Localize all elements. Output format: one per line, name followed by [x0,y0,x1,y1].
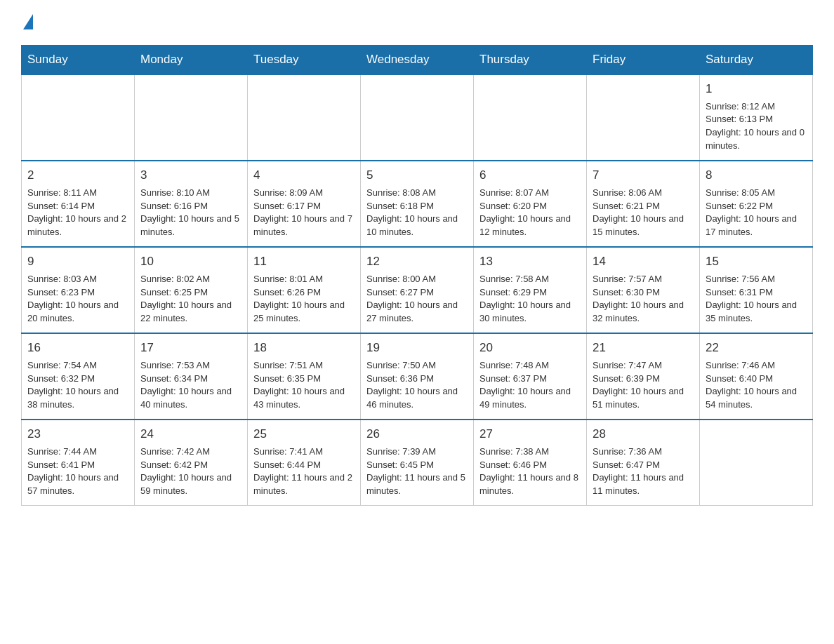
calendar-cell: 13Sunrise: 7:58 AM Sunset: 6:29 PM Dayli… [474,247,587,333]
day-number: 23 [27,426,128,443]
day-number: 24 [140,426,241,443]
calendar-cell: 22Sunrise: 7:46 AM Sunset: 6:40 PM Dayli… [700,333,813,420]
calendar-cell: 21Sunrise: 7:47 AM Sunset: 6:39 PM Dayli… [587,333,700,420]
calendar-cell: 24Sunrise: 7:42 AM Sunset: 6:42 PM Dayli… [135,420,248,506]
day-info: Sunrise: 7:54 AM Sunset: 6:32 PM Dayligh… [27,359,128,412]
day-info: Sunrise: 8:07 AM Sunset: 6:20 PM Dayligh… [479,187,581,239]
calendar-cell: 19Sunrise: 7:50 AM Sunset: 6:36 PM Dayli… [361,333,474,420]
day-info: Sunrise: 8:02 AM Sunset: 6:25 PM Dayligh… [140,273,241,326]
day-info: Sunrise: 7:39 AM Sunset: 6:45 PM Dayligh… [366,445,468,498]
day-info: Sunrise: 7:36 AM Sunset: 6:47 PM Dayligh… [593,445,694,498]
day-number: 12 [366,253,468,271]
day-number: 17 [140,340,241,357]
day-info: Sunrise: 8:10 AM Sunset: 6:16 PM Dayligh… [140,187,241,239]
day-info: Sunrise: 7:44 AM Sunset: 6:41 PM Dayligh… [27,445,128,498]
calendar-cell: 9Sunrise: 8:03 AM Sunset: 6:23 PM Daylig… [22,247,135,333]
day-number: 13 [479,253,581,271]
day-number: 20 [479,340,581,357]
calendar-cell: 26Sunrise: 7:39 AM Sunset: 6:45 PM Dayli… [361,420,474,506]
calendar-cell [248,74,361,161]
day-info: Sunrise: 8:05 AM Sunset: 6:22 PM Dayligh… [706,187,807,239]
page-header [21,14,813,31]
calendar-cell [135,74,248,161]
calendar-cell [22,74,135,161]
weekday-header-wednesday: Wednesday [361,46,474,75]
calendar-cell: 11Sunrise: 8:01 AM Sunset: 6:26 PM Dayli… [248,247,361,333]
calendar-cell: 20Sunrise: 7:48 AM Sunset: 6:37 PM Dayli… [474,333,587,420]
day-number: 8 [706,167,807,185]
day-info: Sunrise: 7:53 AM Sunset: 6:34 PM Dayligh… [140,359,241,412]
day-number: 3 [140,167,241,185]
calendar-cell: 28Sunrise: 7:36 AM Sunset: 6:47 PM Dayli… [587,420,700,506]
calendar-cell: 10Sunrise: 8:02 AM Sunset: 6:25 PM Dayli… [135,247,248,333]
day-info: Sunrise: 8:11 AM Sunset: 6:14 PM Dayligh… [27,187,128,239]
calendar-cell: 1Sunrise: 8:12 AM Sunset: 6:13 PM Daylig… [700,74,813,161]
calendar-cell: 18Sunrise: 7:51 AM Sunset: 6:35 PM Dayli… [248,333,361,420]
day-number: 9 [27,253,128,271]
calendar-cell: 7Sunrise: 8:06 AM Sunset: 6:21 PM Daylig… [587,161,700,247]
day-number: 2 [27,167,128,185]
calendar-cell: 5Sunrise: 8:08 AM Sunset: 6:18 PM Daylig… [361,161,474,247]
day-info: Sunrise: 8:03 AM Sunset: 6:23 PM Dayligh… [27,273,128,326]
day-info: Sunrise: 7:42 AM Sunset: 6:42 PM Dayligh… [140,445,241,498]
day-info: Sunrise: 7:51 AM Sunset: 6:35 PM Dayligh… [253,359,355,412]
calendar-week-row: 1Sunrise: 8:12 AM Sunset: 6:13 PM Daylig… [22,74,813,161]
weekday-header-tuesday: Tuesday [248,46,361,75]
weekday-header-row: SundayMondayTuesdayWednesdayThursdayFrid… [22,46,813,75]
day-info: Sunrise: 8:08 AM Sunset: 6:18 PM Dayligh… [366,187,468,239]
calendar-week-row: 9Sunrise: 8:03 AM Sunset: 6:23 PM Daylig… [22,247,813,333]
day-info: Sunrise: 7:41 AM Sunset: 6:44 PM Dayligh… [253,445,355,498]
calendar-cell: 8Sunrise: 8:05 AM Sunset: 6:22 PM Daylig… [700,161,813,247]
day-number: 1 [706,81,807,98]
day-number: 4 [253,167,355,185]
day-number: 7 [593,167,694,185]
calendar-cell: 16Sunrise: 7:54 AM Sunset: 6:32 PM Dayli… [22,333,135,420]
day-info: Sunrise: 7:50 AM Sunset: 6:36 PM Dayligh… [366,359,468,412]
day-info: Sunrise: 7:56 AM Sunset: 6:31 PM Dayligh… [706,273,807,326]
day-number: 16 [27,340,128,357]
calendar-cell: 15Sunrise: 7:56 AM Sunset: 6:31 PM Dayli… [700,247,813,333]
calendar-table: SundayMondayTuesdayWednesdayThursdayFrid… [21,45,813,506]
day-info: Sunrise: 8:00 AM Sunset: 6:27 PM Dayligh… [366,273,468,326]
day-number: 26 [366,426,468,443]
day-number: 22 [706,340,807,357]
calendar-cell: 17Sunrise: 7:53 AM Sunset: 6:34 PM Dayli… [135,333,248,420]
day-info: Sunrise: 7:47 AM Sunset: 6:39 PM Dayligh… [593,359,694,412]
day-info: Sunrise: 8:09 AM Sunset: 6:17 PM Dayligh… [253,187,355,239]
weekday-header-monday: Monday [135,46,248,75]
calendar-cell [587,74,700,161]
calendar-cell: 3Sunrise: 8:10 AM Sunset: 6:16 PM Daylig… [135,161,248,247]
day-info: Sunrise: 7:38 AM Sunset: 6:46 PM Dayligh… [479,445,581,498]
day-info: Sunrise: 7:48 AM Sunset: 6:37 PM Dayligh… [479,359,581,412]
day-number: 19 [366,340,468,357]
day-info: Sunrise: 7:58 AM Sunset: 6:29 PM Dayligh… [479,273,581,326]
calendar-cell: 2Sunrise: 8:11 AM Sunset: 6:14 PM Daylig… [22,161,135,247]
day-number: 18 [253,340,355,357]
calendar-week-row: 23Sunrise: 7:44 AM Sunset: 6:41 PM Dayli… [22,420,813,506]
day-info: Sunrise: 7:46 AM Sunset: 6:40 PM Dayligh… [706,359,807,412]
calendar-week-row: 16Sunrise: 7:54 AM Sunset: 6:32 PM Dayli… [22,333,813,420]
day-info: Sunrise: 8:12 AM Sunset: 6:13 PM Dayligh… [706,100,807,153]
weekday-header-saturday: Saturday [700,46,813,75]
day-number: 27 [479,426,581,443]
calendar-cell: 25Sunrise: 7:41 AM Sunset: 6:44 PM Dayli… [248,420,361,506]
calendar-cell: 12Sunrise: 8:00 AM Sunset: 6:27 PM Dayli… [361,247,474,333]
calendar-cell [361,74,474,161]
day-info: Sunrise: 7:57 AM Sunset: 6:30 PM Dayligh… [593,273,694,326]
day-number: 6 [479,167,581,185]
weekday-header-friday: Friday [587,46,700,75]
day-number: 10 [140,253,241,271]
day-number: 15 [706,253,807,271]
day-info: Sunrise: 8:06 AM Sunset: 6:21 PM Dayligh… [593,187,694,239]
calendar-cell [474,74,587,161]
calendar-cell: 6Sunrise: 8:07 AM Sunset: 6:20 PM Daylig… [474,161,587,247]
logo [21,14,33,31]
logo-triangle-icon [23,14,33,29]
day-info: Sunrise: 8:01 AM Sunset: 6:26 PM Dayligh… [253,273,355,326]
calendar-cell: 14Sunrise: 7:57 AM Sunset: 6:30 PM Dayli… [587,247,700,333]
calendar-cell: 23Sunrise: 7:44 AM Sunset: 6:41 PM Dayli… [22,420,135,506]
day-number: 14 [593,253,694,271]
calendar-cell: 4Sunrise: 8:09 AM Sunset: 6:17 PM Daylig… [248,161,361,247]
day-number: 21 [593,340,694,357]
weekday-header-sunday: Sunday [22,46,135,75]
